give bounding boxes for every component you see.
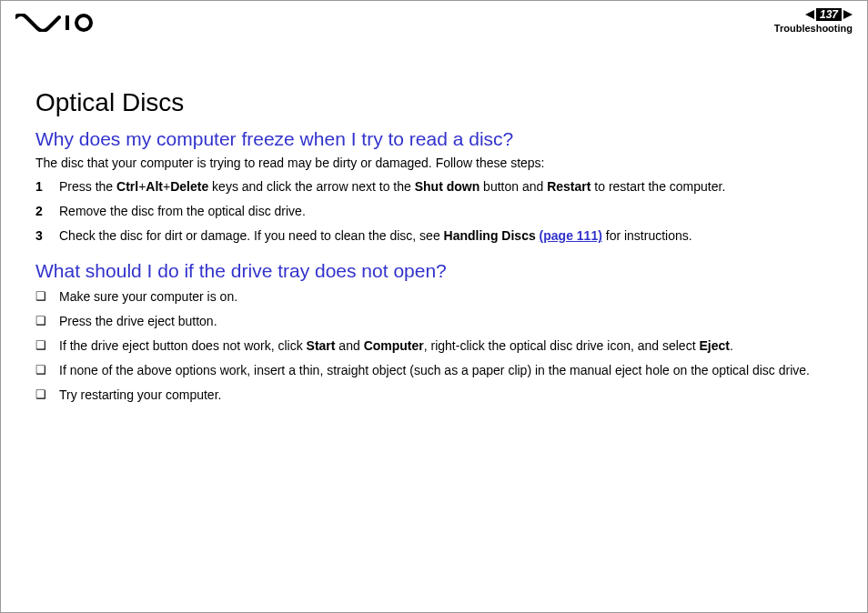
page-number: 137 <box>816 8 842 21</box>
step-number: 2 <box>35 202 59 221</box>
bullet-text: If the drive eject button does not work,… <box>59 337 833 356</box>
page-navigator: 137 <box>774 8 853 21</box>
page-link-111[interactable]: (page 111) <box>540 228 602 243</box>
bullet-icon: ❑ <box>35 287 59 306</box>
svg-point-1 <box>76 15 91 30</box>
page-container: 137 Troubleshooting Optical Discs Why do… <box>0 0 868 613</box>
step-2: 2 Remove the disc from the optical disc … <box>35 202 833 221</box>
step-text: Press the Ctrl+Alt+Delete keys and click… <box>59 177 833 196</box>
header-right: 137 Troubleshooting <box>774 8 853 34</box>
question-heading-2: What should I do if the drive tray does … <box>35 260 833 282</box>
step-number: 3 <box>35 226 59 246</box>
bullet-text: If none of the above options work, inser… <box>59 361 833 380</box>
step-number: 1 <box>35 177 59 196</box>
list-item: ❑ Make sure your computer is on. <box>35 287 833 306</box>
bullet-text: Make sure your computer is on. <box>59 287 833 306</box>
svg-rect-0 <box>66 15 69 30</box>
next-page-arrow-icon[interactable] <box>843 10 853 19</box>
vaio-logo <box>15 14 99 35</box>
page-title: Optical Discs <box>35 88 833 117</box>
section-label: Troubleshooting <box>774 23 853 34</box>
bullet-text: Try restarting your computer. <box>59 386 833 405</box>
list-item: ❑ If the drive eject button does not wor… <box>35 337 833 356</box>
page-content: Optical Discs Why does my computer freez… <box>1 45 867 405</box>
prev-page-arrow-icon[interactable] <box>805 10 814 19</box>
bullet-icon: ❑ <box>35 386 59 404</box>
step-text: Check the disc for dirt or damage. If yo… <box>59 226 833 246</box>
intro-text-1: The disc that your computer is trying to… <box>35 156 833 170</box>
bullet-icon: ❑ <box>35 337 59 355</box>
step-text: Remove the disc from the optical disc dr… <box>59 202 833 221</box>
list-item: ❑ If none of the above options work, ins… <box>35 361 833 380</box>
page-header: 137 Troubleshooting <box>1 1 867 45</box>
bullet-text: Press the drive eject button. <box>59 312 833 331</box>
step-3: 3 Check the disc for dirt or damage. If … <box>35 226 833 246</box>
step-1: 1 Press the Ctrl+Alt+Delete keys and cli… <box>35 177 833 196</box>
vaio-logo-svg <box>15 14 99 32</box>
list-item: ❑ Try restarting your computer. <box>35 386 833 405</box>
list-item: ❑ Press the drive eject button. <box>35 312 833 331</box>
bullet-icon: ❑ <box>35 312 59 330</box>
bullet-icon: ❑ <box>35 361 59 379</box>
bullet-list-2: ❑ Make sure your computer is on. ❑ Press… <box>35 287 833 405</box>
step-list-1: 1 Press the Ctrl+Alt+Delete keys and cli… <box>35 177 833 246</box>
question-heading-1: Why does my computer freeze when I try t… <box>35 128 833 150</box>
